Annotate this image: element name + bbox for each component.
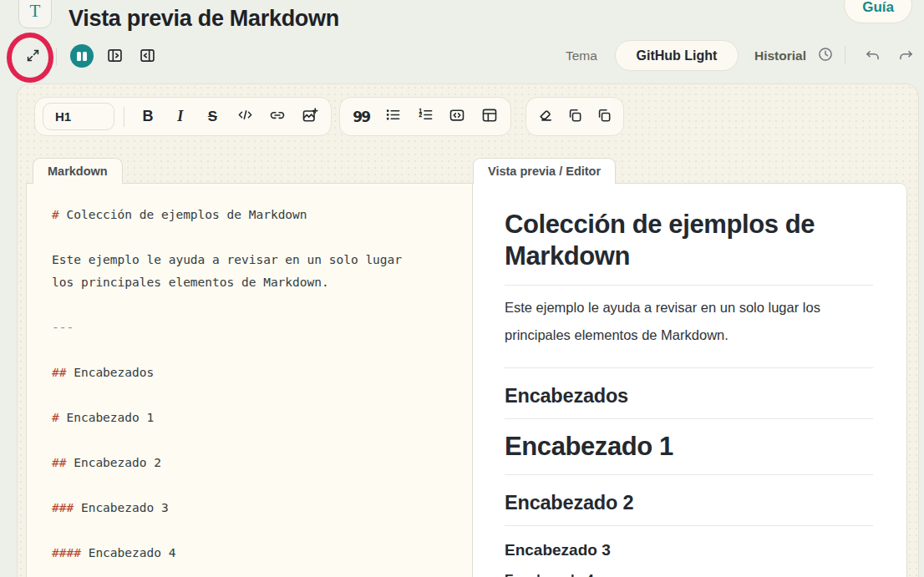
- app-logo[interactable]: T: [18, 0, 52, 28]
- fullscreen-button[interactable]: [23, 47, 43, 67]
- blockquote-button[interactable]: 99: [345, 100, 377, 134]
- heading-level-select[interactable]: H1: [43, 103, 114, 130]
- editor-line: ### Encabezado 3: [52, 497, 455, 519]
- editor-line: [52, 384, 455, 407]
- ordered-list-button[interactable]: 1 2: [409, 100, 441, 134]
- redo-icon: [897, 47, 915, 68]
- preview-h1: Colección de ejemplos de Markdown: [505, 209, 873, 286]
- preview-p: Este ejemplo le ayuda a revisar en un so…: [505, 294, 873, 349]
- toolbar-utility-group: [525, 97, 624, 136]
- editor-line: [52, 226, 455, 249]
- editor-line: [52, 429, 455, 452]
- redo-button[interactable]: [896, 47, 916, 67]
- insert-image-button[interactable]: [293, 100, 326, 134]
- italic-button[interactable]: I: [164, 100, 196, 134]
- ordered-list-icon: 1 2: [418, 107, 434, 126]
- split-view-button[interactable]: [70, 44, 94, 68]
- preview-h1: Encabezado 1: [505, 431, 873, 475]
- strikethrough-icon: S: [208, 109, 217, 125]
- code-block-icon: [449, 107, 465, 127]
- tab-markdown-source[interactable]: Markdown: [33, 158, 123, 184]
- show-source-only-button[interactable]: [138, 48, 156, 66]
- undo-icon: [864, 47, 881, 68]
- preview-h2: Encabezado 2: [505, 492, 873, 526]
- editor-line: [52, 294, 455, 316]
- show-preview-only-button[interactable]: [105, 48, 124, 66]
- editor-lines: # Colección de ejemplos de Markdown Este…: [27, 184, 472, 577]
- bullet-list-button[interactable]: [377, 100, 409, 134]
- editor-line: [52, 474, 455, 497]
- theme-label: Tema: [566, 48, 597, 63]
- markdown-source-pane[interactable]: # Colección de ejemplos de Markdown Este…: [26, 183, 473, 577]
- bold-icon: B: [143, 108, 154, 125]
- copy-icon: [596, 107, 612, 127]
- table-icon: [481, 107, 498, 127]
- editor-line: [52, 339, 455, 362]
- preview-hr: [505, 367, 873, 368]
- editor-line: [52, 519, 455, 542]
- editor-line: # Encabezado 1: [52, 407, 455, 429]
- clear-formatting-button[interactable]: [531, 100, 561, 134]
- svg-text:2: 2: [419, 112, 422, 118]
- tab-preview-editor[interactable]: Vista previa / Editor: [473, 158, 616, 184]
- quote-icon: 99: [353, 109, 369, 125]
- history-button[interactable]: [815, 46, 835, 66]
- editor-line: ## Encabezado 2: [52, 452, 455, 474]
- editor-line: # Colección de ejemplos de Markdown: [52, 204, 455, 226]
- link-button[interactable]: [261, 100, 294, 134]
- split-pane-icon: [77, 52, 87, 61]
- divider: [124, 107, 124, 127]
- expand-icon: [25, 48, 41, 67]
- preview-h4: Encabezado 4: [505, 573, 873, 577]
- copy-markdown-button[interactable]: [561, 100, 590, 134]
- editor-line: #### Encabezado 4: [52, 542, 455, 564]
- editor-line: Este ejemplo le ayuda a revisar en un so…: [52, 249, 455, 271]
- toolbar-block-group: 99 1 2: [339, 97, 511, 136]
- strikethrough-button[interactable]: S: [196, 100, 229, 134]
- link-icon: [269, 107, 286, 127]
- pane-left-icon: [139, 47, 156, 68]
- preview-blocks: Colección de ejemplos de MarkdownEste ej…: [473, 184, 906, 577]
- italic-icon: I: [177, 108, 183, 125]
- theme-select[interactable]: GitHub Light: [615, 40, 739, 71]
- editor-line: los principales elementos de Markdown.: [52, 271, 455, 294]
- bold-button[interactable]: B: [132, 100, 165, 134]
- table-button[interactable]: [474, 100, 505, 134]
- toolbar-format-group: H1 B I S: [34, 97, 332, 136]
- divider: [845, 46, 845, 64]
- preview-h3: Encabezado 3: [505, 541, 873, 559]
- eraser-icon: [537, 107, 554, 127]
- editor-line: ## Encabezados: [52, 362, 455, 384]
- code-block-button[interactable]: [441, 100, 473, 134]
- pane-right-icon: [106, 47, 124, 68]
- copy-icon: [566, 107, 583, 127]
- editor-line: ---: [52, 316, 455, 339]
- editor-card: H1 B I S: [17, 84, 919, 577]
- page-title: Vista previa de Markdown: [69, 6, 339, 32]
- undo-button[interactable]: [862, 47, 882, 67]
- preview-editor-pane[interactable]: Colección de ejemplos de MarkdownEste ej…: [473, 183, 907, 577]
- clock-icon: [817, 46, 834, 66]
- divider: [56, 48, 57, 65]
- guide-button[interactable]: Guía: [844, 0, 912, 23]
- history-button-label[interactable]: Historial: [754, 48, 806, 63]
- bullet-list-icon: [385, 107, 401, 126]
- image-add-icon: [302, 107, 318, 127]
- app-logo-letter: T: [30, 1, 41, 22]
- preview-h2: Encabezados: [505, 385, 873, 419]
- copy-html-button[interactable]: [589, 100, 618, 134]
- code-icon: [237, 107, 253, 126]
- inline-code-button[interactable]: [229, 100, 261, 134]
